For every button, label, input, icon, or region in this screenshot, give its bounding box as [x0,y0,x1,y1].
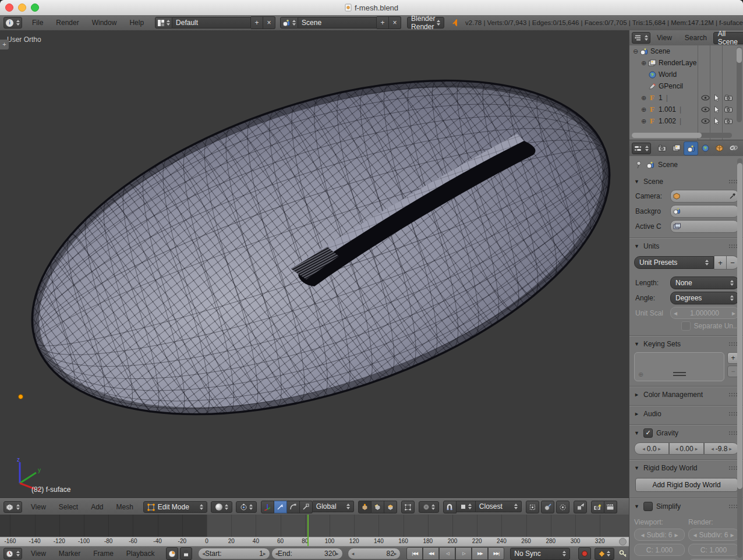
tab-world[interactable] [699,141,712,154]
editor-type-3dview-button[interactable] [3,501,22,513]
gravity-value-field[interactable]: ◂-9.8▸ [704,442,739,455]
panel-title[interactable]: Audio [643,410,661,418]
shading-dropdown[interactable] [211,501,232,513]
face-select-button[interactable] [384,501,397,513]
cursor-select-icon[interactable] [711,104,723,115]
unit-presets-dropdown[interactable]: Unit Presets [634,256,714,269]
snap-peel-button[interactable] [526,501,539,513]
scene-delete-button[interactable]: × [389,16,401,29]
timeline[interactable]: -160-140-120-100-80-60-40-20020406080100… [0,515,629,546]
layout-icon[interactable] [155,17,172,29]
editor-type-properties-button[interactable] [632,143,651,154]
tab-object[interactable] [713,141,726,154]
snap-project-button[interactable] [541,501,554,513]
collapse-triangle[interactable]: ► [634,411,640,417]
length-dropdown[interactable]: None [670,277,739,289]
gravity-checkbox[interactable]: ✓ [643,428,653,438]
layout-name-field[interactable]: Default [172,17,251,29]
simplify-checkbox[interactable]: ✓ [643,502,653,511]
outliner-filter-dropdown[interactable]: All Scene [713,32,743,44]
scene-name-field[interactable]: Scene [298,17,377,29]
panel-title[interactable]: Rigid Body World [643,464,697,472]
manipulator-scale-button[interactable] [300,501,313,513]
tab-modifiers[interactable] [741,141,743,154]
outliner-search-menu[interactable]: Search [678,34,713,42]
menu-window[interactable]: Window [86,19,123,27]
timeline-scroll-endcap[interactable] [619,538,627,545]
toolbar-expand-tab[interactable]: + [0,40,9,49]
collapse-triangle[interactable]: ▼ [634,465,640,471]
mode-dropdown[interactable]: Edit Mode [143,501,207,513]
editor-type-info-button[interactable]: i [3,17,22,29]
orientation-dropdown[interactable]: Global [313,501,354,512]
breadcrumb-label[interactable]: Scene [658,161,678,169]
panel-title[interactable]: Simplify [656,502,681,511]
menu-frame[interactable]: Frame [87,550,120,558]
background-scene-field[interactable] [670,205,739,218]
render-visibility-icon[interactable] [723,115,734,127]
snap-target-dropdown[interactable]: Closest [476,501,522,512]
manipulate-center-points-button[interactable] [574,501,587,513]
next-keyframe-button[interactable]: ▶▶ [472,547,488,560]
panel-title[interactable]: Keying Sets [643,340,681,348]
menu-add[interactable]: Add [84,503,109,511]
outliner-row[interactable]: ⊕ RenderLaye [629,57,743,69]
menu-render[interactable]: Render [49,19,85,27]
menu-mesh[interactable]: Mesh [110,503,140,511]
angle-dropdown[interactable]: Degrees [670,292,739,304]
edge-select-button[interactable] [372,501,384,513]
tab-constraints[interactable] [727,141,740,154]
current-frame-field[interactable]: ◂ 82 ▸ [348,548,401,559]
playhead[interactable] [307,515,309,546]
menu-marker[interactable]: Marker [52,550,87,558]
editor-type-outliner-button[interactable] [632,32,650,44]
properties-vscroll-knob[interactable] [737,163,742,489]
render-visibility-icon[interactable] [723,92,734,104]
preset-add-button[interactable]: + [714,256,727,270]
outliner-row[interactable]: World [629,69,743,80]
insert-keyframe-button[interactable] [618,548,629,559]
scene-add-button[interactable]: + [377,16,389,29]
expander-icon[interactable]: ⊕ [640,59,648,67]
outliner-row[interactable]: ⊕ F 1.001 | [629,104,743,115]
tab-render[interactable] [656,141,669,154]
menu-view[interactable]: View [24,550,52,558]
render-engine-dropdown[interactable]: Blender Render [407,17,444,29]
collapse-triangle[interactable]: ▼ [634,504,640,509]
camera-field[interactable] [670,190,739,203]
manipulator-rotate-button[interactable] [287,501,300,513]
outliner-row[interactable]: ⊕ F 1 | [629,92,743,104]
expander-icon[interactable]: ⊕ [640,106,648,114]
panel-title[interactable]: Color Management [643,391,703,399]
pivot-dropdown[interactable] [236,501,257,513]
jump-start-button[interactable]: |◀◀ [406,547,423,560]
collapse-triangle[interactable]: ▼ [634,430,640,436]
keying-sets-list[interactable]: ⊕ [634,352,724,381]
auto-keyframe-record-button[interactable] [578,547,590,560]
keying-set-dropdown[interactable] [595,548,614,560]
scene-selector-icon[interactable] [280,17,298,29]
outliner-row[interactable]: ⊕ F 1.002 | [629,115,743,127]
layout-add-button[interactable]: + [251,16,263,29]
active-clip-field[interactable] [670,220,739,233]
collapse-triangle[interactable]: ▼ [634,179,640,185]
editor-type-timeline-button[interactable] [3,548,22,559]
cursor-select-icon[interactable] [711,115,723,127]
snap-align-rotation-button[interactable] [556,501,569,513]
outliner-row[interactable]: GPencil [629,80,743,92]
outliner-view-menu[interactable]: View [650,34,678,42]
sync-dropdown[interactable]: No Sync [510,548,570,560]
collapse-triangle[interactable]: ► [634,392,640,398]
manipulator-translate-button[interactable] [274,501,287,513]
menu-view[interactable]: View [24,503,52,511]
snap-element-dropdown[interactable] [457,501,476,512]
menu-select[interactable]: Select [52,503,84,511]
menu-file[interactable]: File [26,19,49,27]
menu-playback[interactable]: Playback [120,550,161,558]
menu-help[interactable]: Help [123,19,150,27]
snap-toggle-button[interactable] [443,501,457,513]
vertex-select-button[interactable] [358,501,372,513]
timeline-ruler[interactable]: -160-140-120-100-80-60-40-20020406080100… [0,537,629,546]
opengl-render-animation-button[interactable] [604,501,617,513]
proportional-edit-dropdown[interactable] [419,501,439,513]
